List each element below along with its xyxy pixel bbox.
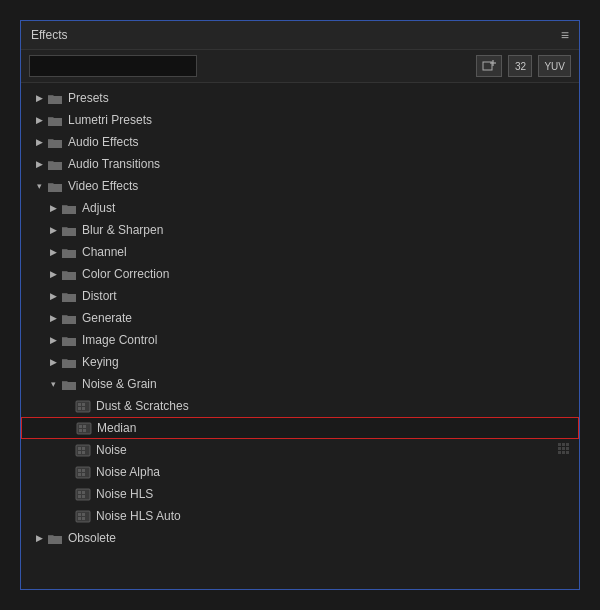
svg-rect-12	[83, 429, 86, 432]
bit-depth-label: 32	[515, 61, 526, 72]
arrow-audio-transitions: ▶	[33, 159, 45, 169]
item-label-dust-scratches: Dust & Scratches	[96, 399, 575, 413]
folder-icon-lumetri	[47, 114, 63, 127]
folder-icon-video-effects	[47, 180, 63, 193]
svg-rect-17	[82, 451, 85, 454]
item-label-noise-hls: Noise HLS	[96, 487, 575, 501]
tree-item-audio-transitions[interactable]: ▶ Audio Transitions	[21, 153, 579, 175]
svg-rect-4	[78, 403, 81, 406]
tree-item-blur-sharpen[interactable]: ▶ Blur & Sharpen	[21, 219, 579, 241]
tree-item-distort[interactable]: ▶ Distort	[21, 285, 579, 307]
tree-item-lumetri[interactable]: ▶ Lumetri Presets	[21, 109, 579, 131]
grid-icon-noise	[557, 442, 571, 459]
svg-rect-28	[78, 469, 81, 472]
svg-rect-33	[78, 491, 81, 494]
folder-icon-audio-transitions	[47, 158, 63, 171]
svg-rect-32	[76, 489, 90, 500]
tree-item-dust-scratches[interactable]: Dust & Scratches	[21, 395, 579, 417]
effects-panel: Effects ≡ 🔍 32 YUV ▶ Presets▶ Lumetri Pr…	[20, 20, 580, 590]
svg-rect-13	[76, 445, 90, 456]
tree-item-adjust[interactable]: ▶ Adjust	[21, 197, 579, 219]
tree-item-noise-hls[interactable]: Noise HLS	[21, 483, 579, 505]
arrow-channel: ▶	[47, 247, 59, 257]
yuv-button[interactable]: YUV	[538, 55, 571, 77]
svg-rect-14	[78, 447, 81, 450]
folder-icon-color-correction	[61, 268, 77, 281]
effect-icon-noise	[75, 444, 91, 457]
new-item-button[interactable]	[476, 55, 502, 77]
svg-rect-20	[566, 443, 569, 446]
folder-icon-presets	[47, 92, 63, 105]
arrow-presets: ▶	[33, 93, 45, 103]
arrow-color-correction: ▶	[47, 269, 59, 279]
tree-item-obsolete[interactable]: ▶ Obsolete	[21, 527, 579, 549]
svg-rect-9	[79, 425, 82, 428]
tree-item-keying[interactable]: ▶ Keying	[21, 351, 579, 373]
svg-rect-25	[562, 451, 565, 454]
svg-rect-34	[78, 495, 81, 498]
toolbar: 🔍 32 YUV	[21, 50, 579, 83]
arrow-distort: ▶	[47, 291, 59, 301]
item-label-color-correction: Color Correction	[82, 267, 575, 281]
arrow-obsolete: ▶	[33, 533, 45, 543]
arrow-lumetri: ▶	[33, 115, 45, 125]
item-label-video-effects: Video Effects	[68, 179, 575, 193]
tree-item-noise[interactable]: Noise	[21, 439, 579, 461]
svg-rect-19	[562, 443, 565, 446]
svg-rect-15	[78, 451, 81, 454]
search-wrapper: 🔍	[29, 55, 470, 77]
bit-depth-button[interactable]: 32	[508, 55, 532, 77]
effect-icon-median	[76, 422, 92, 435]
svg-rect-3	[76, 401, 90, 412]
arrow-keying: ▶	[47, 357, 59, 367]
tree-item-audio-effects[interactable]: ▶ Audio Effects	[21, 131, 579, 153]
item-label-noise-alpha: Noise Alpha	[96, 465, 575, 479]
svg-rect-10	[79, 429, 82, 432]
new-item-icon	[482, 59, 496, 73]
svg-rect-7	[82, 407, 85, 410]
panel-menu-icon[interactable]: ≡	[561, 27, 569, 43]
svg-rect-40	[82, 513, 85, 516]
tree-item-median[interactable]: Median	[21, 417, 579, 439]
arrow-noise-grain: ▾	[47, 379, 59, 389]
folder-icon-distort	[61, 290, 77, 303]
yuv-label: YUV	[544, 61, 565, 72]
tree-item-color-correction[interactable]: ▶ Color Correction	[21, 263, 579, 285]
svg-rect-41	[82, 517, 85, 520]
svg-rect-36	[82, 495, 85, 498]
item-label-presets: Presets	[68, 91, 575, 105]
effects-tree: ▶ Presets▶ Lumetri Presets▶ Audio Effect…	[21, 83, 579, 589]
tree-item-presets[interactable]: ▶ Presets	[21, 87, 579, 109]
svg-rect-26	[566, 451, 569, 454]
tree-item-noise-hls-auto[interactable]: Noise HLS Auto	[21, 505, 579, 527]
tree-item-noise-alpha[interactable]: Noise Alpha	[21, 461, 579, 483]
svg-rect-24	[558, 451, 561, 454]
item-label-lumetri: Lumetri Presets	[68, 113, 575, 127]
arrow-generate: ▶	[47, 313, 59, 323]
folder-icon-noise-grain	[61, 378, 77, 391]
folder-icon-audio-effects	[47, 136, 63, 149]
panel-title: Effects	[31, 28, 67, 42]
folder-icon-image-control	[61, 334, 77, 347]
arrow-image-control: ▶	[47, 335, 59, 345]
svg-rect-35	[82, 491, 85, 494]
item-label-audio-effects: Audio Effects	[68, 135, 575, 149]
tree-item-generate[interactable]: ▶ Generate	[21, 307, 579, 329]
tree-item-noise-grain[interactable]: ▾ Noise & Grain	[21, 373, 579, 395]
tree-item-image-control[interactable]: ▶ Image Control	[21, 329, 579, 351]
effect-icon-dust-scratches	[75, 400, 91, 413]
svg-rect-8	[77, 423, 91, 434]
svg-rect-23	[566, 447, 569, 450]
tree-item-channel[interactable]: ▶ Channel	[21, 241, 579, 263]
svg-rect-39	[78, 517, 81, 520]
item-label-median: Median	[97, 421, 574, 435]
search-input[interactable]	[29, 55, 197, 77]
tree-item-video-effects[interactable]: ▾ Video Effects	[21, 175, 579, 197]
effect-icon-noise-alpha	[75, 466, 91, 479]
item-label-noise-hls-auto: Noise HLS Auto	[96, 509, 575, 523]
item-label-channel: Channel	[82, 245, 575, 259]
item-label-noise: Noise	[96, 443, 557, 457]
item-label-audio-transitions: Audio Transitions	[68, 157, 575, 171]
effect-icon-noise-hls	[75, 488, 91, 501]
svg-rect-31	[82, 473, 85, 476]
